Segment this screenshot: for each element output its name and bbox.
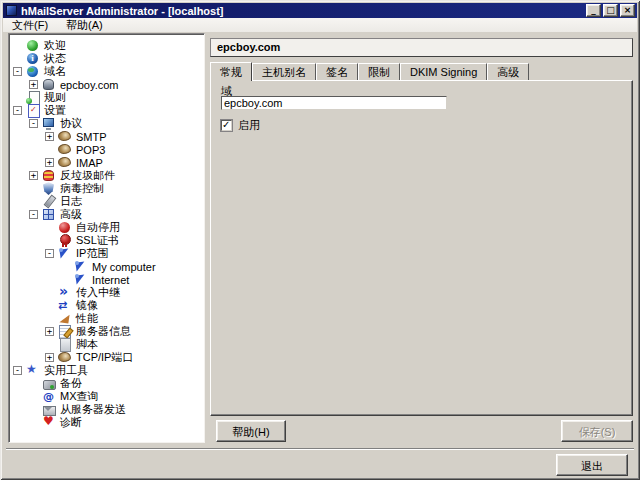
menubar: 文件(F) 帮助(A) xyxy=(3,18,637,32)
green-ball-icon xyxy=(26,39,39,52)
tree-item-send-from-server[interactable]: 从服务器发送 xyxy=(9,403,204,416)
tree-item-my-computer[interactable]: My computer xyxy=(9,260,204,273)
app-icon xyxy=(6,5,17,16)
expand-toggle-icon[interactable]: + xyxy=(45,353,54,362)
tab-signature[interactable]: 签名 xyxy=(316,63,358,80)
collapse-toggle-icon[interactable]: - xyxy=(13,106,22,115)
heart-icon xyxy=(42,416,55,429)
shell-icon xyxy=(58,351,71,364)
collapse-toggle-icon[interactable]: - xyxy=(29,119,38,128)
tree-item-label: SMTP xyxy=(74,131,109,143)
checklist-icon xyxy=(26,104,39,117)
tree-item-domains[interactable]: -域名 xyxy=(9,65,204,78)
tab-general[interactable]: 常规 xyxy=(210,62,252,81)
tree-item-server-info[interactable]: +服务器信息 xyxy=(9,325,204,338)
menu-file[interactable]: 文件(F) xyxy=(3,18,57,32)
tree-item-label: epcboy.com xyxy=(58,79,121,91)
info-ball-icon xyxy=(26,52,39,65)
tree-item-rules[interactable]: 规则 xyxy=(9,91,204,104)
shield-icon xyxy=(42,182,55,195)
tree-item-logging[interactable]: 日志 xyxy=(9,195,204,208)
tree-item-backup[interactable]: 备份 xyxy=(9,377,204,390)
pen-icon xyxy=(42,195,55,208)
hand-icon xyxy=(58,247,71,260)
collapse-toggle-icon[interactable]: - xyxy=(29,210,38,219)
save-button[interactable]: 保存(S) xyxy=(561,420,633,442)
expand-toggle-icon[interactable]: + xyxy=(45,327,54,336)
globe-icon xyxy=(26,65,39,78)
shell-icon xyxy=(58,143,71,156)
maximize-button[interactable]: □ xyxy=(603,4,618,17)
help-button[interactable]: 帮助(H) xyxy=(216,420,286,442)
tree: 欢迎状态-域名+epcboy.com规则-设置-协议+SMTPPOP3+IMAP… xyxy=(8,33,205,443)
page-rule-icon xyxy=(26,91,39,104)
hand-icon xyxy=(74,273,87,286)
tab-dkim-signing[interactable]: DKIM Signing xyxy=(400,63,487,80)
expand-toggle-icon[interactable]: + xyxy=(45,132,54,141)
enabled-checkbox[interactable] xyxy=(221,120,232,131)
window-controls: _ □ × xyxy=(586,4,635,17)
tree-item-anti-spam[interactable]: +反垃圾邮件 xyxy=(9,169,204,182)
bottom-separator xyxy=(6,448,634,450)
tab-advanced[interactable]: 高级 xyxy=(487,63,529,80)
tab-limits[interactable]: 限制 xyxy=(358,63,400,80)
tree-item-label: 域名 xyxy=(42,64,68,79)
perf-arrow-icon xyxy=(58,312,71,325)
expand-toggle-icon[interactable]: + xyxy=(29,171,38,180)
tree-item-domain-epcboy[interactable]: +epcboy.com xyxy=(9,78,204,91)
exit-button[interactable]: 退出 xyxy=(556,454,628,476)
tree-item-label: My computer xyxy=(90,261,158,273)
tree-item-label: 诊断 xyxy=(58,415,84,430)
script-page-icon xyxy=(58,338,71,351)
collapse-toggle-icon[interactable]: - xyxy=(45,249,54,258)
menu-help[interactable]: 帮助(A) xyxy=(57,18,112,32)
close-button[interactable]: × xyxy=(620,4,635,17)
tree-item-status[interactable]: 状态 xyxy=(9,52,204,65)
collapse-toggle-icon[interactable]: - xyxy=(13,67,22,76)
tab-host-aliases[interactable]: 主机别名 xyxy=(252,63,316,80)
expand-toggle-icon[interactable]: + xyxy=(29,80,38,89)
tree-item-label: POP3 xyxy=(74,144,107,156)
red-ball-icon xyxy=(58,221,71,234)
tab-strip: 常规主机别名签名限制DKIM Signing高级 xyxy=(210,61,529,80)
tree-item-settings[interactable]: -设置 xyxy=(9,104,204,117)
enabled-checkbox-label: 启用 xyxy=(238,118,260,133)
rosette-icon xyxy=(58,234,71,247)
tree-item-smtp[interactable]: +SMTP xyxy=(9,130,204,143)
monitor-icon xyxy=(42,117,55,130)
expand-toggle-icon[interactable]: + xyxy=(45,158,54,167)
at-sign-icon xyxy=(42,390,55,403)
window-title: hMailServer Administrator - [localhost] xyxy=(21,5,224,17)
tree-item-label: Internet xyxy=(90,274,131,286)
tree-item-label: 协议 xyxy=(58,116,84,131)
collapse-toggle-icon[interactable]: - xyxy=(13,366,22,375)
mirror-arrows-icon xyxy=(58,299,71,312)
domain-header: epcboy.com xyxy=(210,38,633,57)
titlebar: hMailServer Administrator - [localhost] … xyxy=(3,3,637,18)
tree-item-label: IMAP xyxy=(74,157,105,169)
notepad-icon xyxy=(58,325,71,338)
shell-icon xyxy=(58,156,71,169)
database-icon xyxy=(42,78,55,91)
tree-item-ip-ranges[interactable]: -IP范围 xyxy=(9,247,204,260)
tree-item-label: IP范围 xyxy=(74,246,110,261)
enabled-row: 启用 xyxy=(221,118,260,133)
minimize-button[interactable]: _ xyxy=(586,4,601,17)
tree-item-incoming-relays[interactable]: 传入中继 xyxy=(9,286,204,299)
tree-item-mirroring[interactable]: 镜像 xyxy=(9,299,204,312)
tree-item-antivirus[interactable]: 病毒控制 xyxy=(9,182,204,195)
tree-item-welcome[interactable]: 欢迎 xyxy=(9,39,204,52)
shell-icon xyxy=(58,130,71,143)
domain-input[interactable] xyxy=(221,96,447,110)
tree-item-diagnostics[interactable]: 诊断 xyxy=(9,416,204,429)
hand-icon xyxy=(74,260,87,273)
star-icon xyxy=(26,364,39,377)
tree-item-tcpip-ports[interactable]: +TCP/IP端口 xyxy=(9,351,204,364)
tree-item-pop3[interactable]: POP3 xyxy=(9,143,204,156)
tree-item-protocols[interactable]: -协议 xyxy=(9,117,204,130)
spam-cylinder-icon xyxy=(42,169,55,182)
tree-item-utilities[interactable]: -实用工具 xyxy=(9,364,204,377)
tab-general-panel: 域 启用 xyxy=(210,80,633,416)
chevrons-icon xyxy=(58,286,71,299)
grid-icon xyxy=(42,208,55,221)
